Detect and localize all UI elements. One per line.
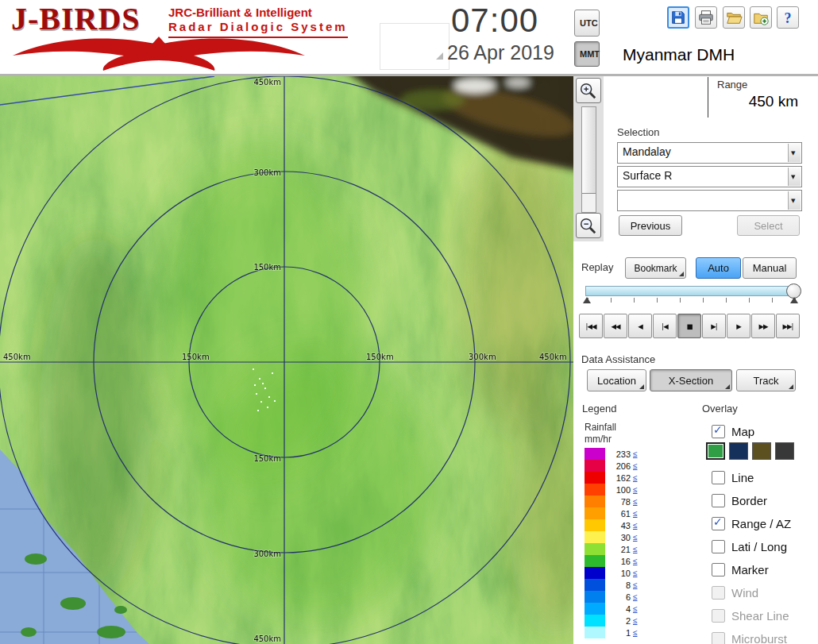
overlay-item-microburst: Microburst <box>702 629 787 644</box>
legend-color-swatch <box>585 567 605 579</box>
save-button[interactable] <box>667 6 689 29</box>
transport-button-1[interactable]: ◀◀ <box>604 314 627 338</box>
manual-button[interactable]: Manual <box>743 257 797 279</box>
site-combobox[interactable]: Mandalay <box>617 142 802 164</box>
transport-button-2[interactable]: ◀ <box>628 314 652 338</box>
svg-text:150km: 150km <box>253 454 281 463</box>
track-button[interactable]: Track <box>736 369 796 391</box>
overlay-item-range-az[interactable]: Range / AZ <box>702 514 791 533</box>
lte-symbol: ≤ <box>633 461 638 470</box>
chevron-down-icon[interactable] <box>788 191 801 210</box>
utc-button[interactable]: UTC <box>574 10 600 37</box>
range-value: 450 km <box>711 93 798 110</box>
transport-button-5[interactable]: ▶| <box>702 314 726 338</box>
checkbox-icon[interactable] <box>712 494 725 507</box>
replay-timeline-ticks <box>588 298 796 303</box>
svg-text:150km: 150km <box>253 263 281 272</box>
transport-button-7[interactable]: ▶▶ <box>751 314 775 338</box>
replay-label: Replay <box>581 261 613 273</box>
timeline-end-marker-icon <box>790 297 798 303</box>
checkbox-icon[interactable] <box>712 540 725 553</box>
select-button[interactable]: Select <box>737 215 800 236</box>
replay-timeline-track[interactable] <box>585 286 800 296</box>
bookmark-button[interactable]: Bookmark <box>625 257 686 279</box>
product-combobox[interactable]: Surface R <box>617 166 802 187</box>
zoom-slider-thumb[interactable] <box>582 107 596 194</box>
legend-row: 16≤ <box>585 555 638 567</box>
legend-row: 78≤ <box>585 496 638 507</box>
lte-symbol: ≤ <box>633 580 638 589</box>
map-color-option-1[interactable] <box>729 442 748 460</box>
legend-value: 233 <box>610 449 631 459</box>
overlay-item-lati-long[interactable]: Lati / Long <box>702 537 787 556</box>
lte-symbol: ≤ <box>633 569 638 577</box>
previous-button[interactable]: Previous <box>619 215 682 236</box>
lte-symbol: ≤ <box>633 628 638 637</box>
zoom-slider-track[interactable] <box>581 106 596 213</box>
overlay-item-line[interactable]: Line <box>702 468 754 487</box>
overlay-item-label: Lati / Long <box>731 540 787 553</box>
zoom-controls <box>573 76 604 241</box>
transport-button-3[interactable]: |◀ <box>653 314 677 338</box>
transport-button-8[interactable]: ▶▶| <box>776 314 800 338</box>
legend-color-swatch <box>585 507 605 519</box>
data-assistance-label: Data Assistance <box>581 353 655 365</box>
checkbox-icon[interactable] <box>712 517 725 530</box>
extra-combobox[interactable] <box>617 190 802 211</box>
clock-date: 26 Apr 2019 <box>447 41 554 64</box>
folder-plus-icon <box>752 9 770 26</box>
legend-label: Legend <box>582 403 616 415</box>
legend-row: 1≤ <box>585 627 638 638</box>
x-section-button[interactable]: X-Section <box>650 369 732 391</box>
legend-color-swatch <box>585 579 605 591</box>
checkbox-icon[interactable] <box>712 563 725 577</box>
map-color-option-3[interactable] <box>775 442 794 460</box>
map-color-option-0[interactable] <box>706 442 725 460</box>
header-bar: J-BIRDS JRC-Brilliant & Intelligent Rada… <box>0 0 818 76</box>
lte-symbol: ≤ <box>633 545 638 553</box>
chevron-down-icon[interactable] <box>788 168 801 186</box>
print-button[interactable] <box>695 6 717 29</box>
transport-button-4[interactable]: ■ <box>677 314 701 338</box>
lte-symbol: ≤ <box>633 604 638 613</box>
overlay-item-border[interactable]: Border <box>702 491 767 510</box>
checkbox-icon[interactable] <box>712 471 725 484</box>
overlay-item-label: Shear Line <box>731 609 789 623</box>
legend-color-swatch <box>585 484 605 496</box>
product-combobox-value: Surface R <box>618 167 788 185</box>
station-name: Myanmar DMH <box>623 45 735 64</box>
legend-row: 6≤ <box>585 591 638 603</box>
folder-icon <box>725 9 743 26</box>
open-folder-button[interactable] <box>723 6 745 29</box>
zoom-out-button[interactable] <box>576 213 601 238</box>
legend-row: 100≤ <box>585 484 638 496</box>
lte-symbol: ≤ <box>633 616 638 625</box>
printer-icon <box>697 9 715 26</box>
radar-map[interactable]: 450km300km150km150km300km450km450km150km… <box>0 76 573 644</box>
overlay-item-label: Line <box>731 471 754 484</box>
location-button[interactable]: Location <box>587 369 646 391</box>
lte-symbol: ≤ <box>633 473 638 482</box>
transport-button-0[interactable]: |◀◀ <box>579 314 603 338</box>
zoom-in-button[interactable] <box>576 78 601 103</box>
svg-text:450km: 450km <box>253 634 281 643</box>
overlay-item-map[interactable]: Map <box>702 422 754 441</box>
chevron-down-icon[interactable] <box>788 144 801 162</box>
mmt-button[interactable]: MMT <box>574 41 600 67</box>
logo-subtitle-line1: JRC-Brilliant & Intelligent <box>168 6 348 20</box>
svg-text:450km: 450km <box>253 78 281 87</box>
checkbox-icon[interactable] <box>712 425 725 438</box>
magnifier-minus-icon <box>578 216 597 235</box>
export-button[interactable] <box>750 6 772 29</box>
legend-value: 1 <box>610 628 631 638</box>
overlay-item-marker[interactable]: Marker <box>702 560 769 579</box>
svg-text:300km: 300km <box>469 353 496 361</box>
lte-symbol: ≤ <box>633 592 638 601</box>
auto-button[interactable]: Auto <box>696 257 741 279</box>
help-button[interactable]: ? <box>777 6 799 29</box>
legend-color-swatch <box>585 543 605 555</box>
map-color-option-2[interactable] <box>752 442 771 460</box>
legend-rows: 233≤206≤162≤100≤78≤61≤43≤30≤21≤16≤10≤8≤6… <box>585 448 638 638</box>
transport-button-6[interactable]: ▶ <box>727 314 750 338</box>
legend-color-swatch <box>585 448 605 460</box>
